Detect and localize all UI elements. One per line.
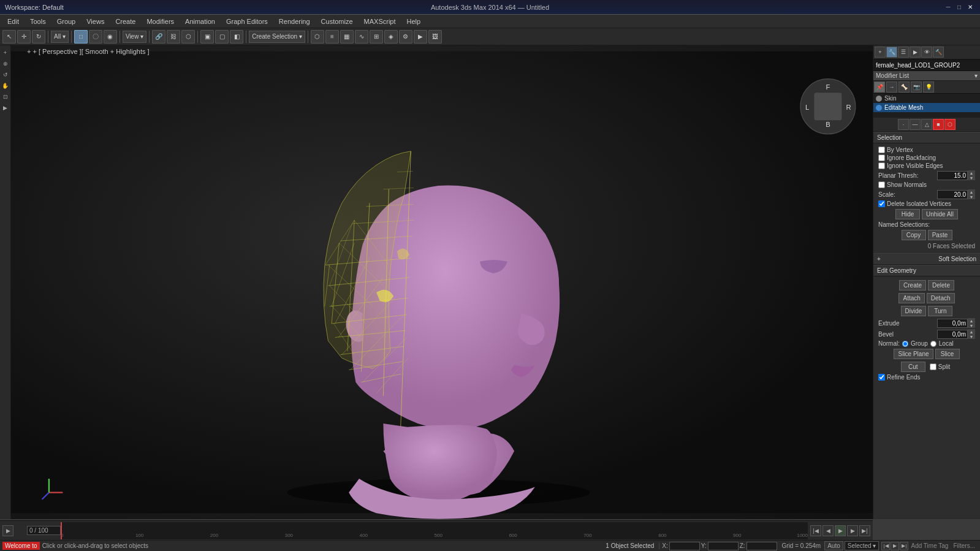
soft-selection-header[interactable]: + Soft Selection — [873, 253, 980, 265]
render-view-btn[interactable]: 🖼 — [428, 30, 442, 44]
normal-local-radio[interactable] — [930, 341, 936, 347]
auto-key-btn[interactable]: Auto — [824, 541, 843, 550]
refine-ends-checkbox[interactable] — [878, 374, 885, 381]
status-prev-btn[interactable]: |◀ — [881, 542, 890, 550]
scale-input[interactable] — [937, 190, 968, 199]
modifier-editable-mesh[interactable]: Editable Mesh — [873, 103, 980, 112]
move-btn[interactable]: ⊕ — [1, 59, 10, 69]
planar-thresh-spinner[interactable]: ▲ ▼ — [968, 170, 975, 180]
pan-btn[interactable]: ✋ — [1, 81, 10, 91]
split-checkbox[interactable] — [930, 363, 936, 370]
attach-button[interactable]: Attach — [898, 293, 924, 303]
planar-thresh-input[interactable] — [937, 171, 968, 180]
hierarchy-tab-icon[interactable]: ☰ — [898, 47, 909, 58]
schematic-btn[interactable]: ⊞ — [370, 30, 383, 44]
paste-button[interactable]: Paste — [928, 230, 952, 240]
modify-tab-icon[interactable]: 🔧 — [886, 47, 897, 58]
bind-to-space-btn[interactable]: ⬡ — [181, 30, 195, 44]
ignore-backfacing-checkbox[interactable] — [878, 154, 885, 161]
scale-spinner[interactable]: ▲ ▼ — [968, 189, 975, 199]
mod-stack-arrow[interactable]: → — [886, 82, 897, 93]
menu-tools[interactable]: Tools — [25, 17, 51, 26]
menu-customize[interactable]: Customize — [316, 17, 358, 26]
turn-button[interactable]: Turn — [928, 306, 952, 316]
select-tool-btn[interactable]: ↖ — [2, 30, 16, 44]
view-dropdown[interactable]: View ▾ — [123, 31, 146, 43]
slice-button[interactable]: Slice — [935, 349, 960, 359]
y-coord-input[interactable] — [708, 542, 739, 550]
delete-isolated-checkbox[interactable] — [878, 200, 885, 207]
bevel-spinner[interactable]: ▲ ▼ — [968, 329, 975, 339]
menu-graph-editors[interactable]: Graph Editors — [221, 17, 273, 26]
menu-create[interactable]: Create — [110, 17, 140, 26]
slice-plane-button[interactable]: Slice Plane — [894, 349, 933, 359]
modifier-list-dropdown[interactable]: Modifier List ▾ — [873, 71, 980, 81]
scale-down[interactable]: ▼ — [968, 194, 975, 199]
add-time-tag-btn[interactable]: Add Time Tag — [908, 542, 951, 549]
paint-sel-btn[interactable]: ◉ — [104, 30, 117, 44]
next-frame-btn[interactable]: ▶ — [847, 525, 858, 536]
planar-thresh-down[interactable]: ▼ — [968, 175, 975, 180]
extrude-spinner[interactable]: ▲ ▼ — [968, 318, 975, 328]
render-btn[interactable]: ▶ — [414, 30, 427, 44]
polygon-mode-btn[interactable]: ■ — [933, 119, 944, 130]
select-region-btn[interactable]: □ — [74, 30, 88, 44]
curve-editor-btn[interactable]: ∿ — [355, 30, 368, 44]
viewport[interactable]: F B L R — [11, 45, 873, 519]
play-anim-btn[interactable]: ▶ — [835, 525, 846, 536]
play-btn[interactable]: ▶ — [1, 103, 10, 113]
filter-dropdown[interactable]: All ▾ — [51, 31, 69, 43]
timeline-track[interactable]: 0 100 200 300 400 500 600 700 800 900 10… — [61, 522, 808, 539]
rotate-left-btn[interactable]: ↺ — [1, 70, 10, 80]
extrude-up[interactable]: ▲ — [968, 318, 975, 323]
invert-sel-btn[interactable]: ◧ — [230, 30, 243, 44]
divide-button[interactable]: Divide — [901, 306, 927, 316]
create-selection-dropdown[interactable]: Create Selection ▾ — [249, 31, 305, 43]
delete-button[interactable]: Delete — [928, 280, 954, 291]
element-mode-btn[interactable]: ⬡ — [944, 119, 955, 130]
scale-up[interactable]: ▲ — [968, 189, 975, 194]
layer-btn[interactable]: ▦ — [340, 30, 354, 44]
menu-rendering[interactable]: Rendering — [274, 17, 315, 26]
menu-group[interactable]: Group — [52, 17, 81, 26]
mirror-btn[interactable]: ⬡ — [311, 30, 324, 44]
menu-views[interactable]: Views — [82, 17, 109, 26]
extrude-input[interactable] — [937, 319, 968, 328]
edge-mode-btn[interactable]: — — [910, 119, 921, 130]
edit-geometry-header[interactable]: Edit Geometry — [873, 265, 980, 276]
maximize-button[interactable]: □ — [954, 2, 964, 12]
material-btn[interactable]: ◈ — [384, 30, 398, 44]
display-tab-icon[interactable]: 👁 — [921, 47, 932, 58]
mod-stack-light[interactable]: 💡 — [923, 82, 934, 93]
status-next-btn[interactable]: ▶| — [900, 542, 908, 550]
normal-group-radio[interactable] — [902, 341, 908, 347]
create-button[interactable]: Create — [899, 280, 926, 291]
go-start-btn[interactable]: |◀ — [810, 525, 821, 536]
status-play-btn[interactable]: ▶ — [891, 542, 899, 550]
motion-tab-icon[interactable]: ▶ — [910, 47, 921, 58]
window-controls[interactable]: ─ □ ✕ — [943, 2, 975, 12]
select-all-btn[interactable]: ▣ — [200, 30, 214, 44]
utilities-tab-icon[interactable]: 🔨 — [933, 47, 944, 58]
align-btn[interactable]: ≡ — [325, 30, 339, 44]
mod-stack-camera[interactable]: 📷 — [911, 82, 922, 93]
ignore-visible-edges-checkbox[interactable] — [878, 162, 885, 169]
z-coord-input[interactable] — [746, 542, 777, 550]
mod-stack-bone[interactable]: 🦴 — [898, 82, 910, 93]
bevel-up[interactable]: ▲ — [968, 329, 975, 334]
create-btn[interactable]: + — [1, 48, 10, 58]
menu-help[interactable]: Help — [402, 17, 426, 26]
detach-button[interactable]: Detach — [927, 293, 955, 303]
move-tool-btn[interactable]: ✛ — [17, 30, 31, 44]
filters-btn[interactable]: Filters... — [951, 542, 978, 549]
bevel-input[interactable] — [937, 330, 968, 339]
selection-mode-dropdown[interactable]: Selected ▾ — [845, 541, 879, 550]
menu-maxscript[interactable]: MAXScript — [359, 17, 401, 26]
prev-frame-btn[interactable]: ◀ — [822, 525, 834, 536]
close-button[interactable]: ✕ — [965, 2, 975, 12]
menu-edit[interactable]: Edit — [2, 17, 24, 26]
unhide-all-button[interactable]: Unhide All — [922, 209, 958, 219]
x-coord-input[interactable] — [669, 542, 700, 550]
menu-animation[interactable]: Animation — [180, 17, 220, 26]
mod-stack-pin[interactable]: 📌 — [874, 82, 885, 93]
